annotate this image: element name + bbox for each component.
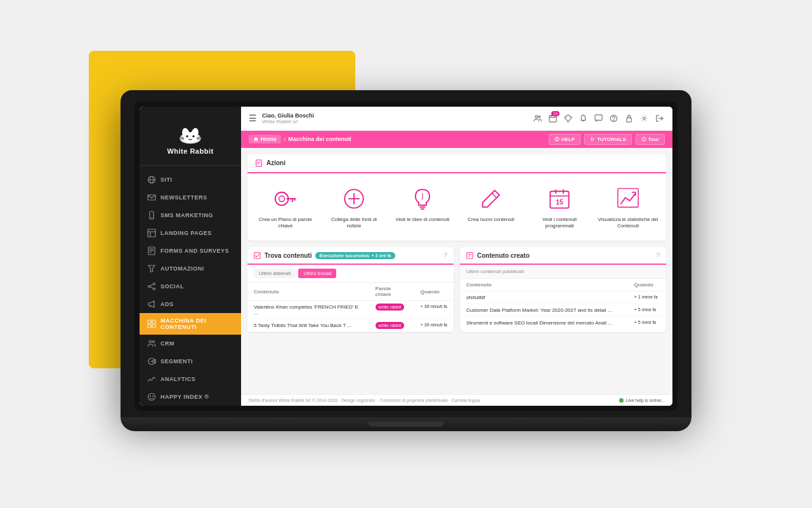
tab-abbinati[interactable]: Ultimi abbinati	[254, 269, 296, 278]
row2-when: + 39 minuti fa	[414, 319, 454, 332]
topbar-diamond-icon[interactable]	[562, 112, 573, 124]
action-icon-wrap-1	[340, 185, 368, 213]
execution-badge: Esecuzione successiva: + 3 ore fa	[315, 252, 395, 259]
sidebar-label-automazioni: AUTOMAZIONI	[160, 265, 204, 272]
help-button[interactable]: HELP	[549, 134, 580, 145]
breadcrumb-current: Macchina dei contenuti	[288, 136, 351, 142]
sidebar-item-automazioni[interactable]: AUTOMAZIONI	[140, 260, 241, 277]
table-row: Customer Data Platform Market: Year 2020…	[460, 304, 666, 317]
svg-rect-51	[626, 117, 631, 122]
pencil-icon	[477, 185, 505, 213]
sidebar-item-segmenti[interactable]: SEGMENTI	[140, 352, 241, 370]
sidebar-item-sms[interactable]: SMS MARKETING	[140, 206, 241, 224]
svg-marker-46	[564, 114, 571, 121]
laptop-base	[121, 417, 691, 431]
sidebar-label-newsletters: NEWSLETTERS	[160, 194, 207, 201]
action-piano-parole[interactable]: Crea un Piano di parole chiave	[252, 182, 318, 232]
laptop-body: White Rabbit SITI NEWSLETTERS	[121, 90, 691, 417]
topbar-calendar-icon[interactable]: 15	[547, 112, 558, 124]
scene: White Rabbit SITI NEWSLETTERS	[0, 0, 812, 508]
action-label-5: Visualizza le statistiche dei Contenuti	[598, 217, 658, 230]
lightbulb-icon	[409, 185, 436, 213]
live-help: Live help is online...	[619, 398, 665, 403]
sidebar-item-landing[interactable]: LANDING PAGES	[140, 224, 241, 242]
svg-point-35	[153, 340, 155, 342]
svg-point-41	[538, 116, 540, 117]
laptop: White Rabbit SITI NEWSLETTERS	[121, 90, 691, 431]
svg-point-50	[613, 119, 613, 120]
topbar-lock-icon[interactable]	[623, 112, 634, 124]
svg-marker-56	[591, 137, 594, 141]
sidebar-label-forms: FORMS AND SURVEYS	[160, 248, 229, 254]
sidebar-item-forms[interactable]: FORMS AND SURVEYS	[140, 242, 241, 260]
topbar-exit-icon[interactable]	[653, 112, 665, 124]
svg-point-4	[186, 135, 188, 137]
action-icon-wrap-0	[272, 185, 299, 213]
contenuto-header-left: Contenuto creato	[466, 252, 530, 259]
users-icon	[147, 339, 156, 348]
ultimi-pubblicati-label: Ultimi contenuti pubblicati	[466, 269, 524, 274]
tutorials-button[interactable]: TUTORIALS	[584, 134, 632, 145]
sidebar-item-newsletters[interactable]: NEWSLETTERS	[140, 189, 241, 206]
svg-rect-82	[467, 253, 473, 258]
svg-rect-48	[594, 114, 601, 119]
help-label: HELP	[561, 137, 575, 142]
col-contenuto-1: Contenuto	[247, 283, 369, 301]
keyword-badge-2: white rabbit	[376, 322, 405, 329]
sidebar-item-siti[interactable]: SITI	[140, 171, 241, 189]
action-collega-fonti[interactable]: Collega delle fonti di notizie	[321, 182, 387, 232]
sidebar-item-crm[interactable]: CRM	[140, 335, 241, 352]
cc-row3-when: + 5 mesi fa	[628, 317, 666, 330]
app-footer: Diritto d'autore White Rabbit Srl © 2014…	[241, 394, 672, 406]
key-icon	[272, 185, 299, 213]
sidebar-item-social[interactable]: SOCIAL	[140, 277, 241, 295]
topbar-bell-icon[interactable]	[577, 112, 589, 124]
topbar-left: ☰ Ciao, Giulia Boschi White Rabbit srl	[249, 112, 314, 124]
rabbit-logo-icon	[174, 119, 206, 145]
file-icon	[255, 159, 263, 167]
sidebar-label-siti: SITI	[160, 177, 173, 183]
row1-when: + 39 minuti fa	[414, 301, 454, 319]
col-keyword: Parola chiave	[369, 283, 414, 301]
trova-info-icon[interactable]: ?	[443, 251, 447, 259]
action-programmati[interactable]: 15 Vedi i contenuti programmati	[527, 182, 593, 232]
sidebar-navigation: SITI NEWSLETTERS SMS MARKETING	[140, 171, 241, 406]
sidebar-item-ads[interactable]: ADS	[140, 295, 241, 313]
topbar-question-icon[interactable]	[608, 112, 619, 124]
sidebar-item-analytics[interactable]: ANALYTICS	[140, 370, 241, 388]
action-statistiche[interactable]: Visualizza le statistiche dei Contenuti	[595, 182, 661, 232]
svg-point-26	[154, 288, 155, 290]
svg-line-27	[150, 284, 153, 285]
action-idee[interactable]: Vedi le Idee di contenuti	[390, 182, 455, 232]
app-container: White Rabbit SITI NEWSLETTERS	[140, 107, 672, 406]
svg-point-34	[149, 340, 152, 343]
sidebar-logo-text: White Rabbit	[167, 147, 213, 155]
actions-grid: Crea un Piano di parole chiave	[247, 173, 666, 241]
plus-circle-icon	[340, 185, 368, 213]
hamburger-icon[interactable]: ☰	[249, 113, 257, 123]
device-icon	[147, 211, 156, 220]
topbar-users-icon[interactable]	[532, 112, 543, 124]
segment-icon	[147, 357, 156, 366]
trova-header-text: Trova contenuti	[265, 252, 311, 259]
globe-icon	[147, 175, 156, 184]
trova-header-left: Trova contenuti Esecuzione successiva: +…	[254, 252, 395, 259]
breadcrumb-home[interactable]: Home	[249, 135, 281, 144]
row1-content: Valentino Khan completes 'FRENCH FRIED' …	[247, 301, 369, 319]
contenuto-info-icon[interactable]: ?	[656, 251, 660, 259]
trova-contenuti-card: Trova contenuti Esecuzione successiva: +…	[247, 247, 454, 332]
row1-keyword: white rabbit	[369, 301, 414, 319]
topbar-settings-icon[interactable]	[638, 112, 650, 124]
topbar-chat-icon[interactable]	[593, 112, 604, 124]
row2-content: 5 Tasty Tidbits That Will Take You Back …	[247, 319, 369, 332]
tab-trovati[interactable]: Ultimi trovati	[298, 269, 336, 278]
sidebar-item-macchina[interactable]: MACCHINA DEI CONTENUTI	[140, 313, 241, 335]
action-nuovi-contenuti[interactable]: Crea nuovi contenuti	[458, 182, 524, 232]
megaphone-icon	[147, 300, 156, 309]
sidebar-logo: White Rabbit	[140, 114, 241, 166]
tour-button[interactable]: Tour	[636, 134, 665, 145]
sidebar-item-happy[interactable]: HAPPY INDEX ®	[140, 388, 241, 406]
actions-card: Azioni	[247, 154, 666, 241]
breadcrumb-right: HELP TUTORIALS Tour	[549, 134, 665, 145]
breadcrumb-left: Home › Macchina dei contenuti	[249, 135, 351, 144]
